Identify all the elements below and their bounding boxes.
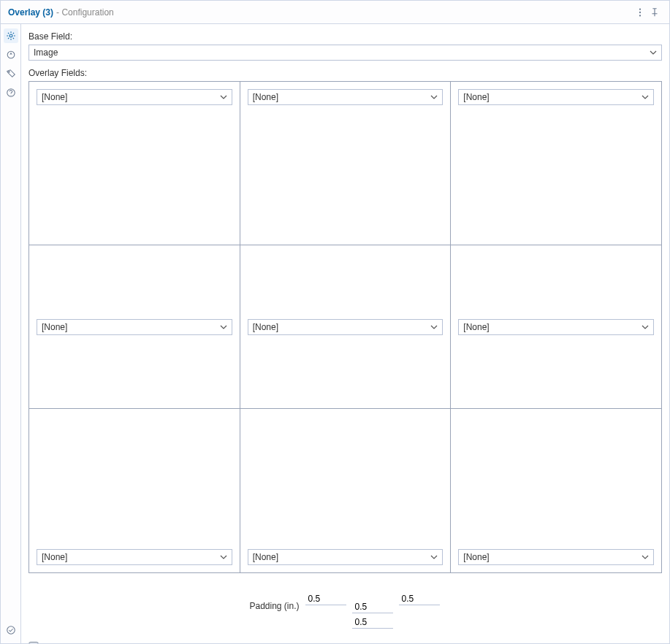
chevron-down-icon (220, 93, 227, 101)
titlebar-subtitle: - Configuration (56, 7, 114, 18)
chevron-down-icon (220, 323, 227, 331)
include-source-label: Include Source Fields in Output (43, 642, 165, 643)
pin-icon[interactable] (647, 5, 662, 20)
overlay-row-2: [None] [None] (29, 245, 661, 409)
chevron-down-icon (430, 553, 438, 561)
chevron-down-icon (642, 93, 649, 101)
base-field-label: Base Field: (28, 31, 662, 42)
overlay-cell-6: [None] (451, 245, 661, 409)
include-source-row: Include Source Fields in Output (28, 642, 662, 643)
more-options-icon[interactable] (633, 5, 647, 20)
main-panel: Base Field: Image Overlay Fields: [None] (21, 24, 669, 643)
help-icon[interactable] (4, 85, 18, 100)
overlay-grid: [None] [None] (28, 81, 662, 573)
sidebar (1, 24, 21, 643)
padding-bottom-input[interactable] (352, 616, 393, 629)
overlay-fields-label: Overlay Fields: (28, 68, 662, 78)
chevron-down-icon (220, 553, 227, 561)
overlay-cell-8: [None] (240, 409, 452, 572)
overlay-dropdown-3[interactable]: [None] (458, 89, 654, 105)
chevron-down-icon (642, 323, 649, 331)
padding-label: Padding (in.) (249, 601, 299, 611)
svg-point-1 (639, 11, 641, 12)
svg-point-7 (7, 626, 15, 635)
svg-point-5 (8, 72, 9, 72)
chevron-down-icon (642, 553, 649, 561)
titlebar: Overlay (3) - Configuration (1, 1, 669, 24)
overlay-cell-1: [None] (29, 82, 240, 245)
overlay-dropdown-8[interactable]: [None] (248, 549, 444, 565)
target-icon[interactable] (4, 47, 18, 62)
overlay-dropdown-2[interactable]: [None] (248, 89, 444, 105)
overlay-dropdown-4[interactable]: [None] (37, 319, 232, 335)
overlay-dropdown-9[interactable]: [None] (458, 549, 654, 565)
padding-row: Padding (in.) (28, 583, 662, 629)
config-window: Overlay (3) - Configuration (0, 0, 670, 644)
padding-left-input[interactable] (305, 592, 346, 605)
tag-icon[interactable] (4, 66, 18, 81)
chevron-down-icon (430, 323, 438, 331)
chevron-down-icon (650, 49, 657, 56)
overlay-row-3: [None] [None] (29, 409, 661, 572)
overlay-cell-7: [None] (29, 409, 240, 572)
base-field-value: Image (34, 47, 650, 58)
overlay-dropdown-5[interactable]: [None] (248, 319, 444, 335)
svg-point-2 (639, 15, 641, 16)
overlay-cell-3: [None] (451, 82, 661, 245)
chevron-down-icon (430, 93, 438, 101)
padding-right-input[interactable] (399, 592, 440, 605)
check-circle-icon[interactable] (4, 623, 18, 637)
overlay-cell-5: [None] (240, 245, 452, 409)
gear-icon[interactable] (4, 28, 18, 43)
padding-top-input[interactable] (352, 600, 393, 613)
overlay-dropdown-6[interactable]: [None] (458, 319, 654, 335)
include-source-checkbox[interactable] (28, 642, 39, 643)
titlebar-title: Overlay (3) (8, 7, 53, 18)
svg-point-3 (9, 34, 12, 37)
overlay-cell-9: [None] (451, 409, 661, 572)
base-field-dropdown[interactable]: Image (28, 45, 662, 61)
overlay-row-1: [None] [None] (29, 82, 661, 245)
overlay-cell-2: [None] (240, 82, 452, 245)
overlay-dropdown-1[interactable]: [None] (37, 89, 232, 105)
padding-grid (305, 583, 441, 629)
overlay-dropdown-7[interactable]: [None] (37, 549, 232, 565)
svg-point-0 (639, 8, 641, 9)
overlay-cell-4: [None] (29, 245, 240, 409)
